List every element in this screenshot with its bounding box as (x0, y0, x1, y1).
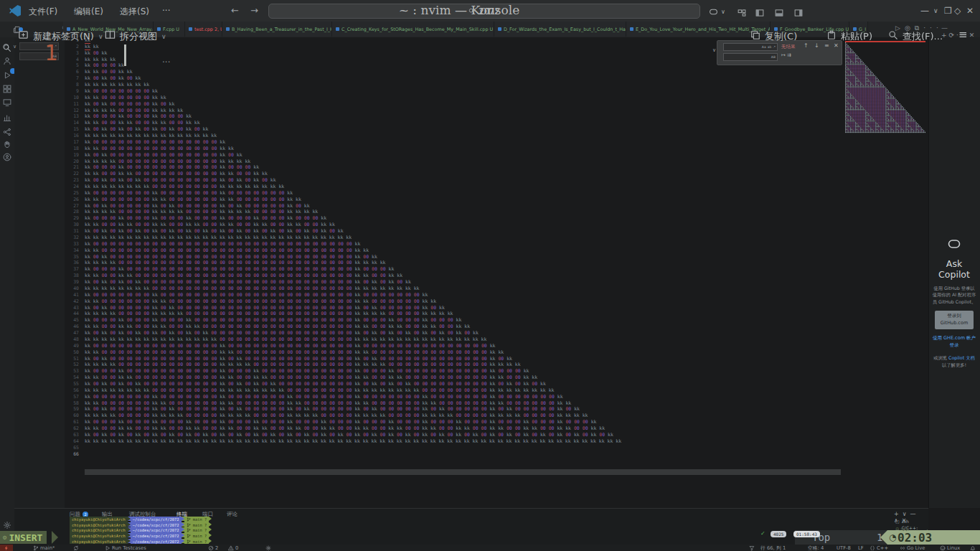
konsole-menu-icon[interactable]: ≡ (958, 28, 968, 41)
funnel-icon (749, 545, 755, 551)
branch-icon (187, 528, 191, 532)
terminal-prompt-row: chiyayuki@ChiyoYukiArch~/codes/xcpc/cf/2… (70, 522, 212, 528)
editor-group-action-icon[interactable]: ⟳ (949, 32, 957, 39)
nvim-insert-cursor (124, 44, 126, 66)
close-icon[interactable]: ✕ (834, 42, 839, 49)
search-icon (468, 8, 475, 14)
status-item-bell[interactable] (970, 545, 976, 551)
replace-icons[interactable]: ↦ ⇉ (781, 52, 791, 58)
editor-line: 6kk kk 00 00 kk kk (67, 69, 857, 75)
keep-above-icon[interactable]: ◇ (954, 6, 961, 16)
editor-group-action-icon[interactable]: ✕ (969, 32, 977, 39)
find-input[interactable]: Aaab.* (723, 43, 778, 51)
konsole-paste-button[interactable]: 粘贴(P) (826, 29, 872, 43)
editor-tab[interactable]: B_Having_Been_a_Treasurer_in_the_Past_I_… (222, 22, 332, 37)
editor-line: 15kk 00 kk 00 kk 00 kk 00 kk 00 kk 00 kk… (67, 126, 857, 133)
chevron-down-icon[interactable]: ∨ (721, 9, 725, 15)
restore-button[interactable]: ❐ (944, 6, 952, 16)
panel-action-icon[interactable]: + (894, 511, 903, 517)
find-prev-icon[interactable]: ↑ (804, 42, 809, 49)
grid-activity-icon[interactable] (3, 83, 11, 96)
editor-tab[interactable]: E_Do_You_Love_Your_Hero_and_His_Two_Hit_… (626, 22, 771, 37)
konsole-find-button[interactable]: 查找(F)... (888, 29, 943, 43)
terminal-instance[interactable]: ▢zsh (895, 519, 909, 524)
status-item-UTF-8[interactable]: UTF-8 (837, 545, 851, 551)
copilot-icon[interactable] (709, 6, 718, 19)
chevron-down-icon[interactable]: ∨ (933, 7, 938, 14)
menu-select[interactable]: 选择(S) (120, 6, 149, 18)
remote-indicator[interactable] (0, 545, 13, 551)
menu-more[interactable]: ··· (162, 6, 170, 16)
status-item-branch[interactable]: main* (33, 545, 55, 551)
close-button[interactable]: ✕ (966, 6, 974, 16)
status-item-gear[interactable] (265, 545, 271, 551)
status-item-broadcast[interactable]: Go Live (900, 545, 925, 551)
menu-file[interactable]: 文件(F) (29, 6, 57, 18)
editor-line: 58kk kk 00 00 00 00 00 00 kk kk 00 00 00… (67, 400, 857, 407)
panel-action-icon[interactable]: ∨ (903, 511, 910, 517)
person-activity-icon[interactable] (3, 55, 11, 68)
minimize-button[interactable]: — (920, 6, 929, 16)
clock-time: 02:03 (897, 531, 932, 545)
minimap[interactable] (845, 41, 925, 134)
status-item-warning[interactable]: 0 (228, 545, 238, 551)
status-item-funnel[interactable] (749, 545, 755, 551)
editor-tab[interactable]: C_Creating_Keys_for_StORages_Has_Become_… (332, 22, 494, 37)
find-next-icon[interactable]: ↓ (814, 42, 819, 49)
status-item-sync[interactable] (73, 545, 79, 551)
editor-line: 57kk 00 00 00 00 00 00 00 kk 00 00 00 00… (67, 394, 857, 400)
editor-tab[interactable]: D_For_Wizards_the_Exam_Is_Easy_but_I_Cou… (494, 22, 626, 37)
status-item-行 66, 列 1[interactable]: 行 66, 列 1 (760, 545, 786, 551)
find-in-selection-icon[interactable]: ≡ (824, 42, 829, 49)
editor-area[interactable]: 1kk2kk kk3kk 00 kk4kk kk kk kk5kk 00 00 … (65, 37, 928, 508)
personCircle-activity-icon[interactable] (3, 151, 11, 164)
editor-line: 44kk kk kk kk 00 00 00 00 kk kk kk kk 00… (67, 311, 857, 317)
konsole-new-tab-button[interactable]: 新建标签页(N) ∨ (18, 29, 103, 43)
nav-forward-icon[interactable]: → (250, 5, 258, 16)
editor-line: 43kk 00 kk 00 00 00 00 00 kk 00 kk 00 00… (67, 305, 857, 311)
toggle-panel-icon[interactable] (775, 6, 783, 20)
chart-activity-icon[interactable] (3, 111, 11, 125)
konsole-split-view-button[interactable]: 拆分视图 ∨ (105, 29, 166, 43)
status-item-os[interactable]: Linux (940, 545, 960, 551)
panel-action-icon[interactable]: — (910, 511, 920, 517)
terminal-prompt-row: chiyayuki@ChiyoYukiArch~/codes/xcpc/cf/2… (70, 533, 212, 539)
command-center-query: 2072 (479, 6, 499, 17)
customize-layout-icon[interactable] (738, 6, 746, 20)
vscode-logo-icon (9, 5, 21, 17)
hand-activity-icon[interactable] (3, 138, 11, 151)
panel-left-icon (755, 9, 764, 17)
editor-line: 54kk kk 00 00 kk kk 00 00 00 00 00 00 00… (67, 375, 857, 381)
toggle-sidebar-icon[interactable] (755, 6, 764, 20)
editor-tab[interactable]: test.cpp 2, U (185, 22, 222, 37)
copilot-signin-button[interactable]: 登录到 GitHub.com (935, 311, 974, 329)
command-center[interactable]: 2072 (268, 4, 700, 19)
new-tab-icon (18, 29, 29, 43)
chevron-collapse-icon[interactable]: ∨ (712, 47, 716, 53)
monitor-activity-icon[interactable] (3, 96, 11, 110)
more-actions-icon[interactable]: ··· (162, 57, 170, 67)
editor-line: 29kk 00 00 00 kk 00 00 00 kk 00 00 00 kk… (67, 215, 857, 222)
search-icon (468, 6, 475, 17)
nav-back-icon[interactable]: ← (231, 5, 239, 16)
chevron-down-icon[interactable]: ∨ (13, 44, 17, 50)
editor-line: 32kk kk kk kk kk kk kk kk kk kk kk kk kk… (67, 235, 857, 241)
status-item-LF[interactable]: LF (858, 545, 864, 551)
shell-history-pill: 4025 (771, 531, 786, 537)
play-activity-icon[interactable] (3, 69, 11, 83)
panel-tab-5[interactable]: 评论 (227, 511, 237, 518)
nvim-filetype-label: ⚙ cpp (895, 526, 908, 531)
copilot-docs-link[interactable]: Copilot 文档 (948, 355, 975, 360)
status-item-error[interactable]: 2 (208, 545, 218, 551)
status-bar: main*Run Testcases20行 66, 列 1空格: 4UTF-8L… (0, 545, 980, 551)
toggle-secondary-sidebar-icon[interactable] (794, 6, 803, 20)
status-item-braces[interactable]: C++ (870, 545, 888, 551)
konsole-copy-button[interactable]: 复制(C) (750, 29, 797, 43)
gear-icon (3, 521, 11, 529)
menu-edit[interactable]: 编辑(E) (74, 6, 103, 18)
nvim-mode-indicator: ⚙ INSERT (0, 531, 47, 544)
status-item-空格: 4[interactable]: 空格: 4 (808, 545, 824, 551)
copilot-ghe-link[interactable]: 使用 GHE.com 帐户登录 (932, 335, 976, 349)
status-item-play[interactable]: Run Testcases (105, 545, 146, 551)
replace-input[interactable]: AB (723, 53, 778, 61)
